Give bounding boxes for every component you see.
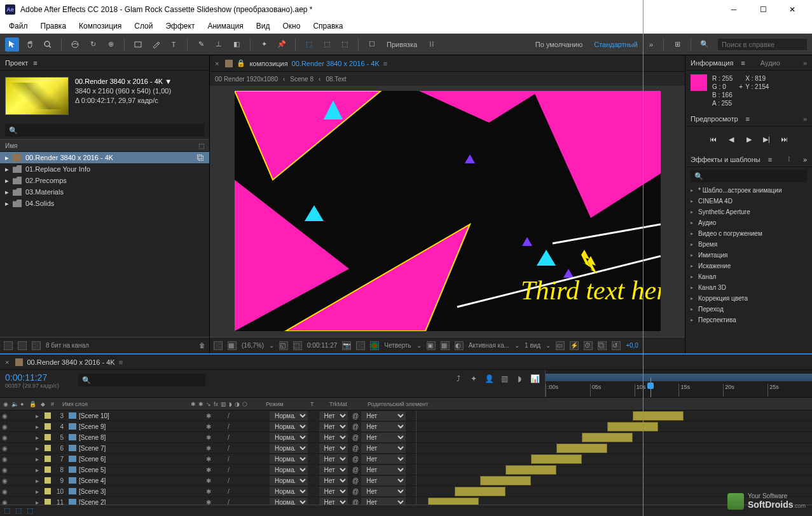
project-search-input[interactable] — [5, 124, 204, 137]
effects-panel-title[interactable]: Эффекты и шаблоны — [691, 156, 760, 163]
av-header-icon[interactable]: fx — [214, 401, 218, 407]
trkmat-dropdown[interactable]: Нет — [319, 454, 348, 464]
label-color[interactable] — [45, 477, 51, 484]
blend-mode-dropdown[interactable]: Нормаль — [270, 444, 308, 453]
workspace-default[interactable]: По умолчанию — [532, 41, 586, 48]
timeline-layer-row[interactable]: ◉ ▸ 10 [Scene 3] ✱/ Нормаль Нет @Нет — [0, 486, 812, 497]
label-color[interactable] — [45, 412, 51, 419]
timeline-layer-row[interactable]: ◉ ▸ 7 [Scene 6] ✱/ Нормаль Нет @Нет — [0, 454, 812, 465]
expand-toggle[interactable]: ▸ — [36, 477, 45, 484]
axis-view-icon[interactable]: ⬚ — [338, 37, 352, 51]
lock-icon[interactable]: 🔒 — [237, 59, 245, 67]
audio-column-icon[interactable]: 🔈 — [11, 401, 20, 407]
motion-blur-icon[interactable]: ◗ — [514, 374, 525, 384]
selection-tool[interactable] — [5, 37, 19, 51]
roto-tool[interactable]: ✦ — [257, 37, 271, 51]
parent-dropdown[interactable]: Нет — [361, 476, 406, 485]
effects-category[interactable]: * Шабло...астроек анимации — [685, 185, 812, 196]
effects-category[interactable]: Имитация — [685, 250, 812, 261]
layer-bar[interactable] — [506, 465, 556, 475]
timeline-layer-row[interactable]: ◉ ▸ 5 [Scene 8] ✱/ Нормаль Нет @Нет — [0, 432, 812, 443]
frame-blend-icon[interactable]: ▥ — [499, 374, 509, 384]
project-list[interactable]: ▸ 00.Render 3840 x 2016 - 4K ⿻ ▸01.Repla… — [0, 152, 209, 337]
timeline-layer-row[interactable]: ◉ ▸ 3 [Scene 10] ✱/ Нормаль Нет @Нет — [0, 411, 812, 421]
parent-header[interactable]: Родительский элемент — [365, 401, 454, 407]
effects-category[interactable]: Время — [685, 239, 812, 250]
interpret-footage-icon[interactable] — [4, 341, 13, 350]
expand-toggle[interactable]: ▸ — [36, 445, 45, 452]
alpha-toggle-icon[interactable] — [214, 341, 223, 350]
clone-tool[interactable]: ⊥ — [212, 37, 226, 51]
workspace-more[interactable]: » — [645, 41, 657, 48]
expand-toggle[interactable]: ▸ — [36, 456, 45, 463]
parent-dropdown[interactable]: Нет — [361, 454, 406, 464]
pickwhip-icon[interactable]: @ — [352, 466, 359, 473]
blend-mode-dropdown[interactable]: Нормаль — [270, 433, 308, 442]
menu-view[interactable]: Вид — [250, 20, 277, 32]
roi-icon[interactable]: ⬚ — [293, 341, 302, 350]
mode-header[interactable]: Режим — [263, 401, 308, 407]
expand-toggle[interactable]: ▸ — [36, 434, 45, 441]
lock-column-icon[interactable]: 🔒 — [29, 401, 38, 407]
project-selected-name[interactable]: 00.Render 3840 x 2016 - 4K ▼ — [75, 77, 172, 86]
toggle-switches-icon[interactable]: ⬚ — [4, 506, 10, 515]
brush-tool[interactable]: ✎ — [194, 37, 208, 51]
expand-toggle[interactable]: ▸ — [36, 423, 45, 430]
maximize-button[interactable]: ☐ — [748, 0, 778, 19]
show-snapshot-icon[interactable] — [356, 341, 365, 350]
pickwhip-icon[interactable]: @ — [352, 456, 359, 463]
visibility-toggle[interactable]: ◉ — [0, 434, 9, 441]
parent-dropdown[interactable]: Нет — [361, 498, 406, 505]
puppet-tool[interactable]: 📌 — [275, 37, 289, 51]
project-options-icon[interactable]: ⬚ — [198, 142, 204, 149]
fast-preview-icon[interactable]: ⚡ — [570, 341, 579, 350]
label-color[interactable] — [45, 423, 51, 430]
effects-category[interactable]: Искажение — [685, 261, 812, 271]
menu-animation[interactable]: Анимация — [201, 20, 249, 32]
playhead[interactable] — [650, 377, 651, 397]
av-header-icon[interactable]: ⬡ — [242, 401, 247, 407]
menu-layer[interactable]: Слой — [128, 20, 159, 32]
project-item[interactable]: ▸ 00.Render 3840 x 2016 - 4K ⿻ — [0, 152, 209, 163]
resolution-icon[interactable]: ◱ — [279, 341, 288, 350]
menu-composition[interactable]: Композиция — [72, 20, 128, 32]
timeline-search-input[interactable] — [78, 374, 205, 386]
breadcrumb-item[interactable]: Scene 8 — [290, 76, 313, 83]
label-color[interactable] — [45, 488, 51, 494]
layer-name[interactable]: [Scene 2] — [79, 499, 106, 505]
layer-bar[interactable] — [428, 498, 479, 505]
play-button[interactable]: ▶ — [745, 135, 754, 144]
blend-mode-dropdown[interactable]: Нормаль — [270, 465, 308, 475]
layer-bar[interactable] — [633, 411, 684, 421]
effects-category[interactable]: CINEMA 4D — [685, 196, 812, 207]
project-item[interactable]: ▸03.Materials — [0, 186, 209, 198]
new-folder-icon[interactable] — [18, 341, 27, 350]
effects-category[interactable]: Synthetic Aperture — [685, 207, 812, 217]
parent-dropdown[interactable]: Нет — [361, 422, 406, 431]
zoom-tool[interactable] — [41, 37, 55, 51]
composition-viewer[interactable]: Third text her — [235, 91, 661, 331]
channel-icon[interactable] — [370, 341, 379, 350]
trkmat-dropdown[interactable]: Нет — [319, 411, 348, 421]
effects-category[interactable]: Видео с погружением — [685, 228, 812, 239]
timeline-layer-row[interactable]: ◉ ▸ 9 [Scene 4] ✱/ Нормаль Нет @Нет — [0, 475, 812, 486]
project-panel-title[interactable]: Проект — [5, 59, 33, 67]
panel-menu-icon[interactable]: ≡ — [119, 358, 123, 366]
breadcrumb-item[interactable]: 08.Text — [326, 76, 346, 83]
project-item[interactable]: ▸01.Replace Your Info — [0, 163, 209, 175]
audio-tab[interactable]: Аудио — [760, 59, 780, 67]
workspace-reset-icon[interactable]: ⊞ — [670, 37, 684, 51]
parent-dropdown[interactable]: Нет — [361, 433, 406, 442]
exposure-value[interactable]: +0,0 — [626, 342, 638, 349]
parent-dropdown[interactable]: Нет — [361, 487, 406, 496]
visibility-toggle[interactable]: ◉ — [0, 412, 9, 419]
layer-name[interactable]: [Scene 8] — [79, 434, 106, 441]
panel-menu-icon[interactable]: ≡ — [33, 59, 37, 67]
trkmat-header[interactable]: TrkMat — [327, 401, 365, 407]
layer-name[interactable]: [Scene 3] — [79, 488, 106, 495]
visibility-toggle[interactable]: ◉ — [0, 445, 9, 452]
effects-search-input[interactable] — [691, 170, 807, 182]
layer-bar[interactable] — [556, 444, 607, 453]
pickwhip-icon[interactable]: @ — [352, 445, 359, 452]
parent-dropdown[interactable]: Нет — [361, 411, 406, 421]
